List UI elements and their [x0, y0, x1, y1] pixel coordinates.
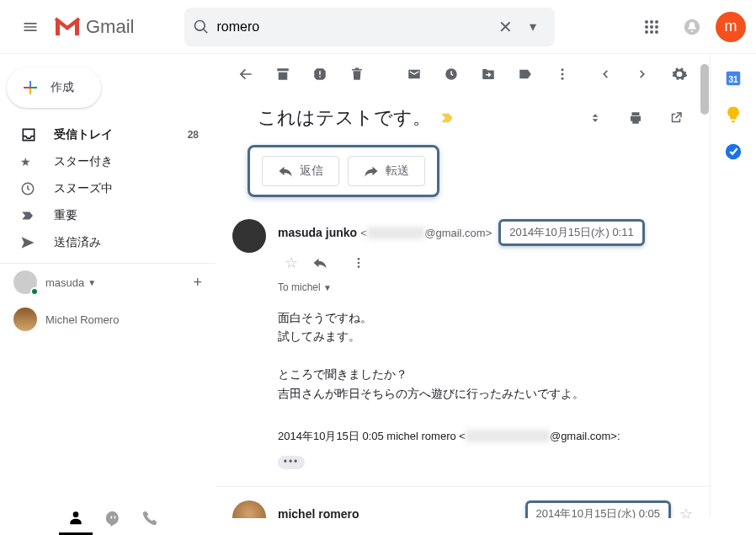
forward-button[interactable]: 転送	[348, 156, 425, 186]
menu-button[interactable]	[10, 7, 51, 47]
back-button[interactable]	[229, 57, 263, 91]
snooze-button[interactable]	[434, 57, 468, 91]
sender-name: masuda junko	[278, 226, 357, 239]
sidebar-item-inbox[interactable]: 受信トレイ 28	[0, 121, 216, 148]
svg-point-16	[358, 262, 360, 265]
to-line[interactable]: To michel ▼	[278, 281, 693, 293]
hamburger-icon	[22, 19, 39, 35]
spam-button[interactable]	[303, 57, 337, 91]
plus-icon	[20, 78, 40, 98]
keep-addon[interactable]	[723, 104, 743, 125]
message-more-button[interactable]	[342, 246, 375, 280]
svg-point-1	[650, 20, 653, 24]
show-trimmed-button[interactable]: •••	[278, 456, 305, 469]
clock-icon	[20, 181, 40, 196]
reply-button[interactable]: 返信	[262, 156, 339, 186]
sender-avatar	[232, 500, 266, 518]
star-button[interactable]: ☆	[285, 254, 298, 272]
mark-unread-button[interactable]	[397, 57, 431, 91]
sidebar-item-starred[interactable]: ★ スター付き	[0, 148, 216, 175]
inbox-icon	[20, 126, 40, 143]
svg-point-17	[358, 265, 360, 268]
side-panel: 31	[711, 54, 756, 518]
next-button[interactable]	[626, 57, 659, 91]
svg-point-5	[655, 25, 658, 29]
bell-icon	[684, 19, 700, 35]
message-date-highlight: 2014年10月15日(水) 0:11	[498, 219, 644, 246]
star-button[interactable]: ☆	[679, 505, 693, 518]
search-icon	[193, 19, 210, 35]
forward-label: 転送	[386, 163, 409, 179]
chat-section: masuda ▼ + Michel Romero	[0, 263, 216, 338]
chat-contact[interactable]: Michel Romero	[0, 301, 216, 338]
chat-avatar	[13, 308, 37, 331]
notifications-button[interactable]	[675, 10, 709, 44]
important-icon	[20, 208, 40, 223]
chat-tab-hangouts[interactable]	[96, 501, 130, 535]
scrollbar-thumb[interactable]	[700, 64, 709, 115]
svg-text:31: 31	[728, 75, 738, 84]
sidebar: 作成 受信トレイ 28 ★ スター付き スヌーズ中 重要 送信済み masuda	[0, 54, 216, 518]
account-avatar[interactable]: m	[716, 12, 746, 42]
reply-icon-button[interactable]	[303, 246, 337, 280]
svg-point-14	[562, 78, 564, 80]
gmail-m-icon	[54, 17, 81, 37]
compose-button[interactable]: 作成	[7, 67, 101, 108]
sender-name: michel romero	[278, 507, 359, 518]
sidebar-item-snoozed[interactable]: スヌーズ中	[0, 175, 216, 202]
search-input[interactable]	[210, 19, 492, 35]
sidebar-item-label: 重要	[54, 208, 205, 223]
sender-avatar	[232, 219, 266, 253]
add-chat-button[interactable]: +	[193, 274, 202, 292]
clear-search-button[interactable]: ✕	[492, 10, 519, 44]
svg-point-8	[655, 30, 658, 34]
sender-email: <xxxxx@gmail.com>	[360, 227, 492, 239]
sidebar-item-important[interactable]: 重要	[0, 202, 216, 229]
svg-point-12	[562, 68, 564, 71]
body-line: 面白そうですね。	[278, 308, 693, 327]
apps-button[interactable]	[635, 10, 668, 44]
svg-point-6	[645, 30, 648, 34]
tasks-addon[interactable]	[723, 142, 743, 162]
svg-point-0	[645, 20, 648, 24]
sidebar-item-label: 送信済み	[54, 235, 205, 250]
gmail-label: Gmail	[86, 16, 134, 38]
labels-button[interactable]	[508, 57, 542, 91]
body-line: 吉田さんが昨日そちらの方へ遊びに行ったみたいですよ。	[278, 384, 693, 403]
open-new-window-button[interactable]	[659, 101, 693, 135]
important-marker-icon[interactable]	[439, 110, 455, 126]
inbox-count: 28	[188, 129, 199, 141]
chat-current-user[interactable]: masuda ▼ +	[0, 264, 216, 301]
sidebar-item-label: スター付き	[54, 154, 205, 169]
delete-button[interactable]	[340, 57, 374, 91]
gmail-logo[interactable]: Gmail	[54, 16, 134, 38]
presence-dot	[30, 287, 39, 296]
star-icon: ★	[20, 155, 40, 169]
body-line: ところで聞きましたか？	[278, 365, 693, 383]
expand-collapse-button[interactable]	[578, 101, 612, 135]
more-button[interactable]	[546, 57, 579, 91]
sidebar-item-label: スヌーズ中	[54, 181, 205, 196]
message-date-highlight: 2014年10月15日(水) 0:05	[525, 500, 671, 518]
prev-button[interactable]	[588, 57, 622, 91]
chat-user-name: Michel Romero	[45, 313, 119, 326]
reply-icon	[278, 163, 293, 179]
chat-tab-phone[interactable]	[133, 501, 167, 535]
print-button[interactable]	[619, 101, 652, 135]
message-body: 面白そうですね。 試してみます。 ところで聞きましたか？ 吉田さんが昨日そちらの…	[278, 308, 693, 469]
search-bar[interactable]: ✕ ▾	[184, 8, 555, 46]
move-to-button[interactable]	[471, 57, 505, 91]
calendar-addon[interactable]: 31	[723, 67, 743, 88]
settings-button[interactable]	[663, 57, 696, 91]
main-content: これはテストです。 返信 転送 masu	[216, 54, 711, 518]
toolbar	[216, 54, 710, 94]
header-right: m	[635, 10, 746, 44]
sent-icon	[20, 235, 40, 250]
svg-point-13	[562, 73, 564, 76]
sidebar-item-sent[interactable]: 送信済み	[0, 229, 216, 256]
chat-avatar	[13, 270, 37, 294]
search-options-button[interactable]: ▾	[519, 12, 546, 41]
archive-button[interactable]	[266, 57, 300, 91]
chat-tab-contacts[interactable]	[59, 501, 93, 535]
message-2[interactable]: michel romero 2014年10月15日(水) 0:05 ☆ 「Tri…	[216, 486, 710, 518]
